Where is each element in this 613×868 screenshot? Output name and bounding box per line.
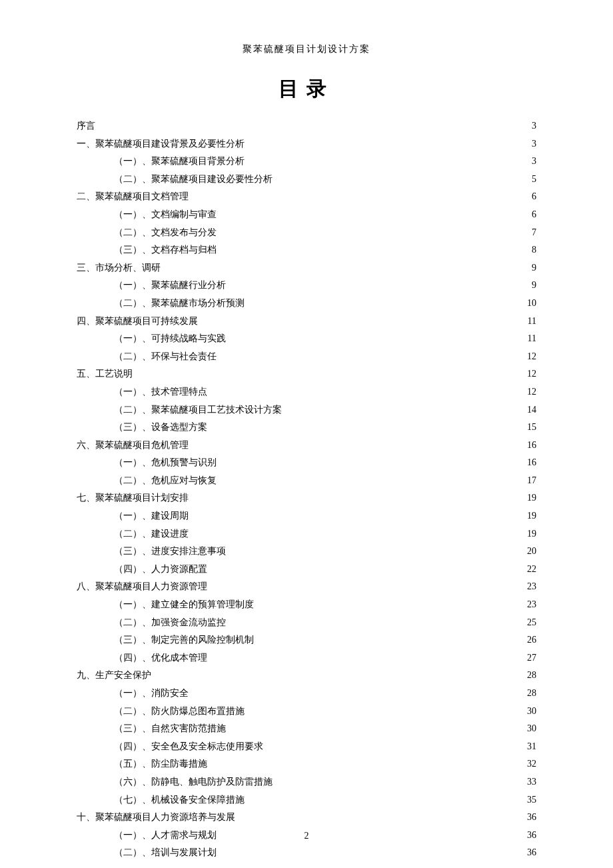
toc-entry[interactable]: （三）、进度安排注意事项20	[77, 543, 536, 561]
toc-entry-page: 8	[527, 241, 536, 259]
toc-entry-page: 23	[527, 578, 536, 596]
toc-entry[interactable]: （二）、聚苯硫醚市场分析预测10	[77, 295, 536, 313]
toc-entry[interactable]: （三）、自然灾害防范措施30	[77, 720, 536, 738]
toc-entry-label: （二）、聚苯硫醚市场分析预测	[114, 295, 245, 313]
toc-entry-label: （五）、防尘防毒措施	[114, 755, 207, 773]
toc-entry[interactable]: （一）、技术管理特点12	[77, 383, 536, 401]
toc-entry[interactable]: （七）、机械设备安全保障措施35	[77, 791, 536, 809]
toc-entry-label: 六、聚苯硫醚项目危机管理	[77, 437, 189, 455]
toc-entry-page: 7	[527, 224, 536, 242]
toc-entry[interactable]: （二）、文档发布与分发7	[77, 224, 536, 242]
toc-entry-page: 6	[527, 188, 536, 206]
toc-title: 目录	[77, 75, 536, 103]
toc-entry[interactable]: （三）、文档存档与归档8	[77, 241, 536, 259]
toc-entry-label: （四）、安全色及安全标志使用要求	[114, 738, 263, 756]
toc-entry-page: 16	[527, 437, 536, 455]
toc-entry-page: 33	[527, 773, 536, 791]
toc-entry[interactable]: （三）、制定完善的风险控制机制26	[77, 631, 536, 649]
toc-entry[interactable]: （一）、可持续战略与实践11	[77, 330, 536, 348]
toc-entry-label: （二）、聚苯硫醚项目建设必要性分析	[114, 171, 273, 189]
toc-entry-page: 16	[527, 454, 536, 472]
toc-entry-label: （七）、机械设备安全保障措施	[114, 791, 245, 809]
toc-entry-page: 36	[527, 809, 536, 827]
toc-entry-page: 9	[527, 277, 536, 295]
toc-entry[interactable]: （二）、建设进度19	[77, 525, 536, 543]
page-number: 2	[0, 831, 613, 841]
toc-entry-label: （一）、建设周期	[114, 507, 189, 525]
toc-entry-label: （二）、加强资金流动监控	[114, 614, 226, 632]
toc-entry[interactable]: 五、工艺说明12	[77, 365, 536, 383]
toc-entry[interactable]: （一）、建设周期19	[77, 507, 536, 525]
toc-entry[interactable]: （一）、聚苯硫醚行业分析9	[77, 277, 536, 295]
toc-entry[interactable]: （四）、安全色及安全标志使用要求31	[77, 738, 536, 756]
toc-entry[interactable]: 序言3	[77, 117, 536, 135]
toc-entry-label: （四）、人力资源配置	[114, 561, 207, 579]
document-page: 聚苯硫醚项目计划设计方案 目录 序言3一、聚苯硫醚项目建设背景及必要性分析3（一…	[0, 0, 613, 868]
toc-entry-page: 17	[527, 472, 536, 490]
toc-entry[interactable]: （一）、文档编制与审查6	[77, 206, 536, 224]
toc-entry-page: 5	[527, 171, 536, 189]
toc-entry[interactable]: 二、聚苯硫醚项目文档管理6	[77, 188, 536, 206]
toc-entry[interactable]: 四、聚苯硫醚项目可持续发展11	[77, 313, 536, 331]
toc-entry-label: （二）、危机应对与恢复	[114, 472, 217, 490]
toc-entry[interactable]: 八、聚苯硫醚项目人力资源管理23	[77, 578, 536, 596]
toc-entry[interactable]: （四）、优化成本管理27	[77, 649, 536, 667]
toc-entry-page: 26	[527, 631, 536, 649]
toc-entry-page: 19	[527, 507, 536, 525]
toc-entry-page: 3	[527, 135, 536, 153]
toc-entry-label: （二）、环保与社会责任	[114, 348, 217, 366]
toc-entry-page: 28	[527, 685, 536, 703]
toc-entry-label: 九、生产安全保护	[77, 667, 151, 685]
table-of-contents: 序言3一、聚苯硫醚项目建设背景及必要性分析3（一）、聚苯硫醚项目背景分析3（二）…	[77, 117, 536, 862]
toc-entry[interactable]: （六）、防静电、触电防护及防雷措施33	[77, 773, 536, 791]
toc-entry[interactable]: （四）、人力资源配置22	[77, 561, 536, 579]
toc-entry[interactable]: 三、市场分析、调研9	[77, 259, 536, 277]
toc-entry-label: （二）、培训与发展计划	[114, 844, 217, 862]
toc-entry-label: （二）、建设进度	[114, 525, 189, 543]
toc-entry-page: 3	[527, 153, 536, 171]
toc-entry[interactable]: （二）、加强资金流动监控25	[77, 614, 536, 632]
toc-entry[interactable]: （一）、聚苯硫醚项目背景分析3	[77, 153, 536, 171]
toc-entry[interactable]: （二）、危机应对与恢复17	[77, 472, 536, 490]
toc-entry-page: 35	[527, 791, 536, 809]
toc-entry-page: 28	[527, 667, 536, 685]
toc-entry[interactable]: （三）、设备选型方案15	[77, 419, 536, 437]
toc-entry[interactable]: 七、聚苯硫醚项目计划安排19	[77, 489, 536, 507]
toc-entry-page: 12	[527, 383, 536, 401]
toc-entry-page: 30	[527, 720, 536, 738]
toc-entry-page: 3	[527, 117, 536, 135]
toc-entry[interactable]: （二）、防火防爆总图布置措施30	[77, 703, 536, 721]
toc-entry-label: （四）、优化成本管理	[114, 649, 207, 667]
toc-entry[interactable]: （二）、聚苯硫醚项目工艺技术设计方案14	[77, 401, 536, 419]
toc-entry-page: 25	[527, 614, 536, 632]
toc-entry[interactable]: 十、聚苯硫醚项目人力资源培养与发展36	[77, 809, 536, 827]
toc-entry-label: （一）、危机预警与识别	[114, 454, 217, 472]
toc-entry[interactable]: 六、聚苯硫醚项目危机管理16	[77, 437, 536, 455]
toc-entry-page: 27	[527, 649, 536, 667]
toc-entry-label: （一）、建立健全的预算管理制度	[114, 596, 254, 614]
toc-entry-label: （一）、聚苯硫醚行业分析	[114, 277, 226, 295]
toc-entry[interactable]: （二）、环保与社会责任12	[77, 348, 536, 366]
toc-entry[interactable]: 一、聚苯硫醚项目建设背景及必要性分析3	[77, 135, 536, 153]
toc-entry[interactable]: （二）、培训与发展计划36	[77, 844, 536, 862]
toc-entry[interactable]: （一）、消防安全28	[77, 685, 536, 703]
toc-entry-label: （三）、自然灾害防范措施	[114, 720, 226, 738]
toc-entry-page: 11	[527, 330, 536, 348]
toc-entry-page: 15	[527, 419, 536, 437]
toc-entry[interactable]: （一）、危机预警与识别16	[77, 454, 536, 472]
toc-entry-label: 二、聚苯硫醚项目文档管理	[77, 188, 189, 206]
page-header: 聚苯硫醚项目计划设计方案	[77, 43, 536, 55]
toc-entry-label: 四、聚苯硫醚项目可持续发展	[77, 313, 198, 331]
toc-entry-page: 22	[527, 561, 536, 579]
toc-entry-page: 19	[527, 525, 536, 543]
toc-entry-label: （三）、设备选型方案	[114, 419, 207, 437]
toc-entry-page: 9	[527, 259, 536, 277]
toc-entry-label: （三）、制定完善的风险控制机制	[114, 631, 254, 649]
toc-entry[interactable]: 九、生产安全保护28	[77, 667, 536, 685]
toc-entry[interactable]: （二）、聚苯硫醚项目建设必要性分析5	[77, 171, 536, 189]
toc-entry[interactable]: （一）、建立健全的预算管理制度23	[77, 596, 536, 614]
toc-entry-label: 七、聚苯硫醚项目计划安排	[77, 489, 189, 507]
toc-entry-label: 五、工艺说明	[77, 365, 133, 383]
toc-entry[interactable]: （五）、防尘防毒措施32	[77, 755, 536, 773]
toc-entry-page: 11	[527, 313, 536, 331]
